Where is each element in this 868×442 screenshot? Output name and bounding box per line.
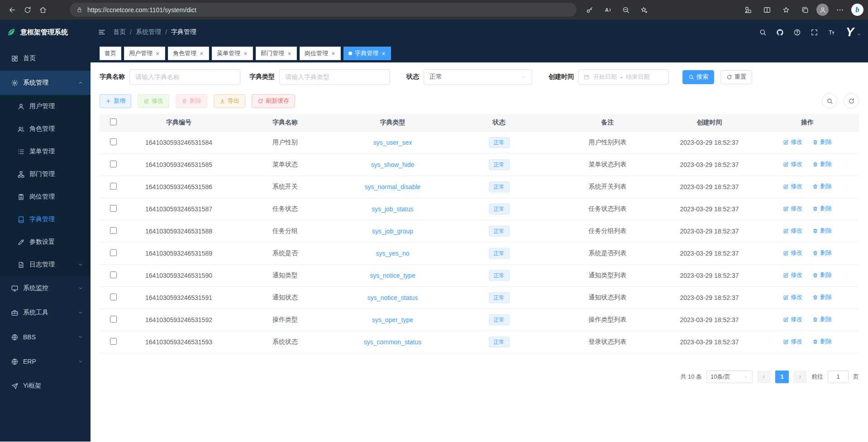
sidebar-item-bbs[interactable]: BBS	[0, 325, 91, 349]
prev-page-button[interactable]	[757, 371, 771, 383]
dict-type-link[interactable]: sys_oper_type	[372, 316, 413, 323]
sidebar-item-home[interactable]: 首页	[0, 46, 91, 71]
help-button[interactable]	[790, 24, 805, 40]
row-edit-link[interactable]: 修改	[783, 138, 802, 146]
row-delete-link[interactable]: 删除	[812, 182, 832, 190]
sidebar-item-parameter-settings[interactable]: 参数设置	[0, 231, 91, 253]
sidebar-item-post-management[interactable]: 岗位管理	[0, 185, 91, 208]
row-edit-link[interactable]: 修改	[783, 204, 802, 213]
sidebar-item-erp[interactable]: ERP	[0, 349, 91, 374]
row-delete-link[interactable]: 删除	[812, 204, 832, 213]
row-delete-link[interactable]: 删除	[812, 160, 832, 168]
sidebar-item-yi-framework[interactable]: Yi框架	[0, 374, 91, 398]
tab-user-management[interactable]: 用户管理	[124, 47, 165, 60]
sidebar-item-user-management[interactable]: 用户管理	[0, 95, 91, 118]
sidebar-item-system-tools[interactable]: 系统工具	[0, 300, 91, 325]
sidebar-toggle-button[interactable]	[91, 20, 113, 44]
close-icon[interactable]	[199, 51, 204, 56]
sidebar-item-system-management[interactable]: 系统管理	[0, 71, 91, 95]
row-delete-link[interactable]: 删除	[812, 337, 832, 346]
select-all-checkbox[interactable]	[110, 119, 117, 125]
dict-type-link[interactable]: sys_normal_disable	[365, 183, 421, 190]
add-favorite-button[interactable]	[636, 2, 652, 18]
browser-menu-button[interactable]	[832, 2, 848, 18]
bing-copilot-button[interactable]: b	[851, 4, 863, 16]
dict-type-link[interactable]: sys_yes_no	[376, 250, 410, 257]
row-delete-link[interactable]: 删除	[812, 138, 832, 146]
row-delete-link[interactable]: 删除	[812, 293, 832, 301]
edit-button[interactable]: 修改	[138, 94, 169, 108]
sidebar-item-department-management[interactable]: 部门管理	[0, 163, 91, 185]
sidebar-item-role-management[interactable]: 角色管理	[0, 118, 91, 140]
dict-name-input[interactable]	[129, 69, 240, 85]
tab-role-management[interactable]: 角色管理	[168, 47, 209, 60]
sidebar-item-dict-management[interactable]: 字典管理	[0, 208, 91, 231]
goto-page-input[interactable]	[828, 371, 849, 383]
tab-dict-management[interactable]: 字典管理	[343, 47, 391, 60]
row-edit-link[interactable]: 修改	[783, 249, 802, 257]
collections-button[interactable]	[797, 2, 813, 18]
dict-type-link[interactable]: sys_show_hide	[371, 161, 415, 168]
breadcrumb-system[interactable]: 系统管理	[136, 28, 161, 36]
row-edit-link[interactable]: 修改	[783, 227, 802, 235]
row-checkbox[interactable]	[110, 227, 117, 234]
browser-refresh-button[interactable]	[20, 2, 35, 18]
reset-button[interactable]: 重置	[720, 70, 752, 84]
browser-back-button[interactable]	[5, 2, 20, 18]
close-icon[interactable]	[243, 51, 248, 56]
tab-menu-management[interactable]: 菜单管理	[212, 47, 253, 60]
dict-type-input[interactable]	[279, 69, 390, 85]
next-page-button[interactable]	[793, 371, 807, 383]
search-button[interactable]: 搜索	[682, 70, 714, 84]
extensions-button[interactable]	[740, 2, 756, 18]
row-delete-link[interactable]: 删除	[812, 249, 832, 257]
delete-button[interactable]: 删除	[176, 94, 207, 108]
header-search-button[interactable]	[755, 24, 771, 40]
dict-type-link[interactable]: sys_job_group	[372, 228, 413, 235]
row-edit-link[interactable]: 修改	[783, 160, 802, 168]
row-checkbox[interactable]	[110, 138, 117, 145]
row-edit-link[interactable]: 修改	[783, 315, 802, 323]
read-aloud-button[interactable]	[600, 2, 615, 18]
row-delete-link[interactable]: 删除	[812, 227, 832, 235]
fullscreen-button[interactable]	[807, 24, 822, 40]
zoom-button[interactable]	[618, 2, 634, 18]
row-checkbox[interactable]	[110, 294, 117, 300]
tab-post-management[interactable]: 岗位管理	[300, 47, 341, 60]
toggle-search-button[interactable]	[822, 93, 837, 109]
dict-type-link[interactable]: sys_job_status	[372, 205, 414, 213]
sidebar-item-system-monitor[interactable]: 系统监控	[0, 276, 91, 300]
breadcrumb-home[interactable]: 首页	[113, 28, 126, 36]
row-checkbox[interactable]	[110, 338, 117, 345]
tab-department-management[interactable]: 部门管理	[256, 47, 297, 60]
dict-type-link[interactable]: sys_notice_status	[367, 294, 418, 301]
row-checkbox[interactable]	[110, 183, 117, 190]
address-bar[interactable]: https://ccnetcore.com:1101/system/dict	[70, 3, 577, 17]
export-button[interactable]: 导出	[214, 94, 245, 108]
user-avatar-dropdown[interactable]: Y	[846, 25, 854, 39]
dict-type-link[interactable]: sys_user_sex	[373, 139, 412, 146]
row-edit-link[interactable]: 修改	[783, 337, 802, 346]
close-icon[interactable]	[331, 51, 336, 56]
add-button[interactable]: 新增	[100, 94, 131, 108]
browser-profile-avatar[interactable]	[816, 4, 829, 16]
row-delete-link[interactable]: 删除	[812, 315, 832, 323]
status-select[interactable]: 正常	[424, 69, 532, 85]
row-checkbox[interactable]	[110, 205, 117, 212]
row-edit-link[interactable]: 修改	[783, 271, 802, 279]
font-size-button[interactable]	[824, 24, 839, 40]
close-icon[interactable]	[155, 51, 160, 56]
close-icon[interactable]	[381, 51, 386, 56]
sidebar-item-menu-management[interactable]: 菜单管理	[0, 140, 91, 163]
split-screen-button[interactable]	[759, 2, 775, 18]
row-edit-link[interactable]: 修改	[783, 182, 802, 190]
row-checkbox[interactable]	[110, 316, 117, 323]
row-edit-link[interactable]: 修改	[783, 293, 802, 301]
dict-type-link[interactable]: sys_common_status	[364, 338, 422, 346]
current-page-button[interactable]: 1	[775, 371, 789, 383]
row-checkbox[interactable]	[110, 271, 117, 278]
tab-home[interactable]: 首页	[100, 47, 121, 60]
row-checkbox[interactable]	[110, 249, 117, 256]
github-link-button[interactable]	[773, 24, 788, 40]
sidebar-item-log-management[interactable]: 日志管理	[0, 253, 91, 276]
